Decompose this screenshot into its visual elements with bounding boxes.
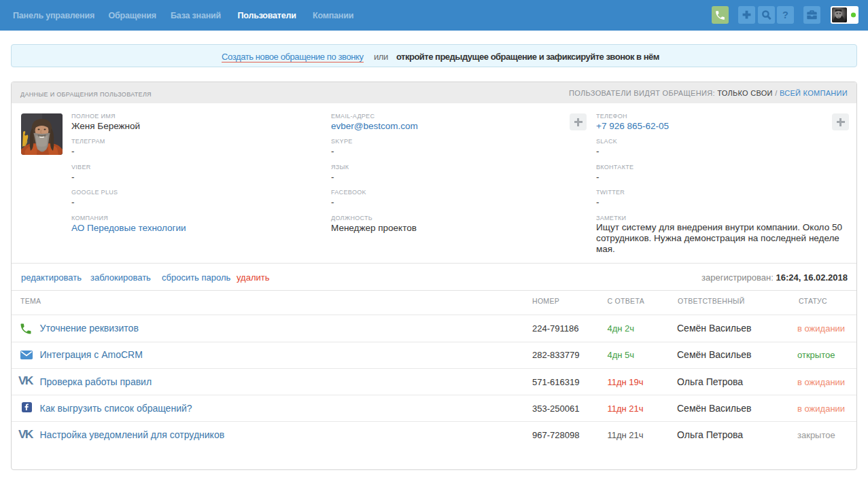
- svg-text:?: ?: [782, 10, 788, 20]
